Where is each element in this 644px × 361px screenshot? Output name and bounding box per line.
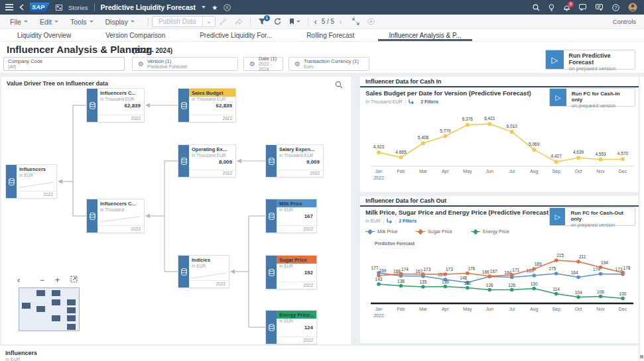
influencers-bottom-panel[interactable]: Influencers In EUR [0, 346, 639, 361]
publish-data-button[interactable]: Publish Data [152, 16, 216, 27]
refresh-icon[interactable] [270, 17, 285, 26]
tree-node-indicies[interactable]: IndiciesIn EUR2022 [178, 255, 229, 288]
svg-text:?: ? [615, 5, 617, 10]
tree-node-salary-expenses[interactable]: Salary Expen...In Thousand EUR9,0092022 [265, 144, 324, 178]
tab-influencer-analysis[interactable]: Influencer Analysis & P... [371, 29, 478, 41]
svg-text:6,421: 6,421 [484, 116, 495, 121]
run-fc-cash-out-button[interactable]: ▷ Run FC for Cash-Out only on prepared v… [549, 207, 635, 226]
story-canvas: Value Driver Tree on Influencer data [0, 73, 644, 361]
page-period: (2022 - 2024) [133, 47, 172, 54]
stories-label: Stories [68, 4, 88, 11]
tree-node-operating-expenses[interactable]: Operating Ex...In Thousand EUR8,0092022 [178, 144, 236, 178]
run-predictive-forecast-button[interactable]: ▷ Run Predictive Forecast on prepared ve… [545, 50, 635, 70]
controls-label[interactable]: Controls [613, 18, 644, 25]
sap-logo: SAP [30, 3, 50, 12]
svg-text:178: 178 [623, 266, 631, 270]
datasource-icon [266, 311, 277, 344]
separator [94, 3, 95, 11]
hierarchy-icon[interactable] [387, 218, 392, 224]
stories-icon[interactable] [56, 5, 62, 11]
present-icon[interactable] [363, 17, 379, 26]
tab-predictive-liquidity-forecast[interactable]: Predictive Liquidity For... [182, 29, 289, 41]
svg-text:136: 136 [442, 280, 449, 284]
assistant-bulb-icon[interactable] [548, 4, 554, 11]
page-next-button[interactable]: › [336, 17, 344, 26]
predictive-forecast-annotation: Predictive Forecast [375, 241, 415, 246]
legend-item[interactable]: Milk Price [365, 229, 397, 234]
back-icon[interactable] [19, 4, 24, 11]
tab-rolling-forecast[interactable]: Rolling Forecast [289, 29, 371, 41]
tree-node-energy-price[interactable]: Energy Price...In EUR1242022 [265, 310, 317, 344]
bookmark-icon[interactable] [285, 17, 304, 26]
cash-out-filters-link[interactable]: 2 Filters [399, 219, 417, 223]
cash-out-panel-title: Influencer Data for Cash Out [365, 197, 446, 204]
favorite-star-icon[interactable]: ★ [212, 4, 218, 11]
legend-label: Energy Price [483, 229, 509, 234]
svg-text:166: 166 [482, 270, 489, 274]
hierarchy-icon[interactable] [409, 99, 414, 105]
tab-liquidity-overview[interactable]: Liquidity Overview [0, 29, 88, 41]
svg-text:2022: 2022 [373, 313, 384, 318]
collapse-chevron-icon[interactable]: ‹ [17, 276, 20, 285]
menu-display[interactable]: Display [101, 17, 139, 27]
legend-item[interactable]: Sugar Price [416, 229, 452, 234]
dismiss-icon[interactable] [224, 4, 231, 11]
tree-minimap[interactable] [19, 287, 80, 331]
menu-edit[interactable]: Edit [35, 17, 63, 27]
fullscreen-icon[interactable] [348, 17, 363, 26]
svg-text:6,010: 6,010 [507, 124, 518, 129]
tree-node-sugar-price[interactable]: Sugar PriceIn EUR1922022 [265, 255, 317, 289]
tree-node-influencers-cash-out[interactable]: Influencers C...In Thousand2022 [86, 199, 145, 233]
svg-text:6,376: 6,376 [462, 117, 474, 121]
scroll-handle[interactable] [640, 355, 643, 358]
panel-divider [360, 205, 639, 207]
currency-filter-token[interactable]: ⚙ Transaction Currency (1)Euro [289, 57, 369, 71]
svg-text:164: 164 [571, 270, 578, 275]
chart-legend: Milk PriceSugar PriceEnergy Price [365, 229, 509, 234]
edit-icon[interactable] [216, 17, 231, 26]
menu-tools[interactable]: Tools [66, 17, 98, 27]
svg-text:211: 211 [579, 254, 586, 259]
tree-node-milk-price[interactable]: Milk PriceIn EUR1672022 [265, 199, 317, 233]
cash-in-chart-title: Sales Budget per Date for Version (Predi… [365, 89, 531, 97]
cash-in-line-chart[interactable]: JanFebMarAprMayJunJulAugSepOctNovDec2022… [360, 107, 639, 192]
discussions-icon[interactable] [579, 4, 587, 11]
help-icon[interactable]: ? [612, 4, 619, 11]
tree-node-influencers[interactable]: InfluencersIn EUR2022 [5, 164, 57, 199]
search-icon[interactable] [533, 4, 540, 11]
svg-text:169: 169 [379, 268, 387, 273]
feedback-icon[interactable] [596, 4, 604, 11]
profile-avatar[interactable] [628, 3, 637, 12]
play-icon: ▷ [550, 89, 566, 106]
panel-divider [360, 86, 639, 87]
page-prev-button[interactable]: ‹ [312, 17, 320, 26]
share-icon[interactable] [231, 17, 247, 26]
company-code-filter[interactable]: Company Code (All) [3, 57, 125, 71]
version-filter-token[interactable]: ⚙ Version (1)Predictive Forecast [132, 57, 238, 71]
tree-node-influencers-cash-in[interactable]: Influencers C...In Thousand EUR62,839202… [86, 88, 145, 123]
svg-text:5,408: 5,408 [418, 135, 429, 140]
legend-item[interactable]: Energy Price [471, 229, 509, 234]
hamburger-menu-icon[interactable] [5, 4, 13, 11]
menu-file[interactable]: File [5, 17, 32, 27]
svg-text:148: 148 [460, 276, 467, 280]
title-chevron-down-icon[interactable] [202, 6, 206, 9]
svg-text:Feb: Feb [397, 307, 405, 311]
legend-marker [365, 229, 375, 234]
fit-to-screen-icon[interactable] [70, 276, 78, 285]
zoom-in-button[interactable]: + [55, 276, 60, 285]
date-filter-token[interactable]: ⚙ Date (1)2022 - 2024 [243, 57, 283, 71]
svg-text:167: 167 [490, 269, 497, 274]
tree-node-sales-budget[interactable]: Sales BudgetIn Thousand EUR62,8392022 [178, 88, 236, 123]
notifications-bell-icon[interactable]: 3 [563, 4, 570, 11]
tab-version-comparison[interactable]: Version Comparison [88, 29, 182, 41]
right-scroll-rail[interactable] [639, 77, 644, 361]
cash-in-filters-link[interactable]: 2 Filters [420, 99, 438, 104]
legend-label: Sugar Price [428, 229, 452, 234]
run-fc-cash-in-button[interactable]: ▷ Run FC for Cash-In only on prepared ve… [549, 88, 635, 107]
filter-icon[interactable]: 1 [254, 17, 270, 26]
datasource-icon [178, 145, 189, 177]
zoom-out-button[interactable]: − [40, 276, 44, 285]
cash-out-line-chart[interactable]: JanFebMarAprMayJunJulAugSepOctNovDec2022… [360, 250, 639, 343]
filter-gear-icon: ⚙ [249, 60, 255, 68]
